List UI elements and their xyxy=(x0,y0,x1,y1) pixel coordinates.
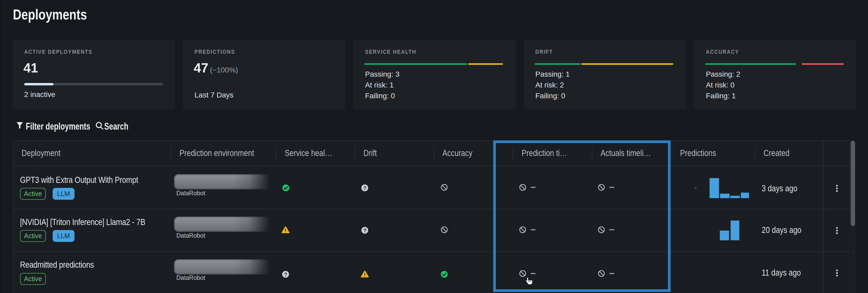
svg-text:?: ? xyxy=(284,272,287,277)
svg-text:?: ? xyxy=(363,228,366,233)
svg-text:?: ? xyxy=(363,185,366,191)
